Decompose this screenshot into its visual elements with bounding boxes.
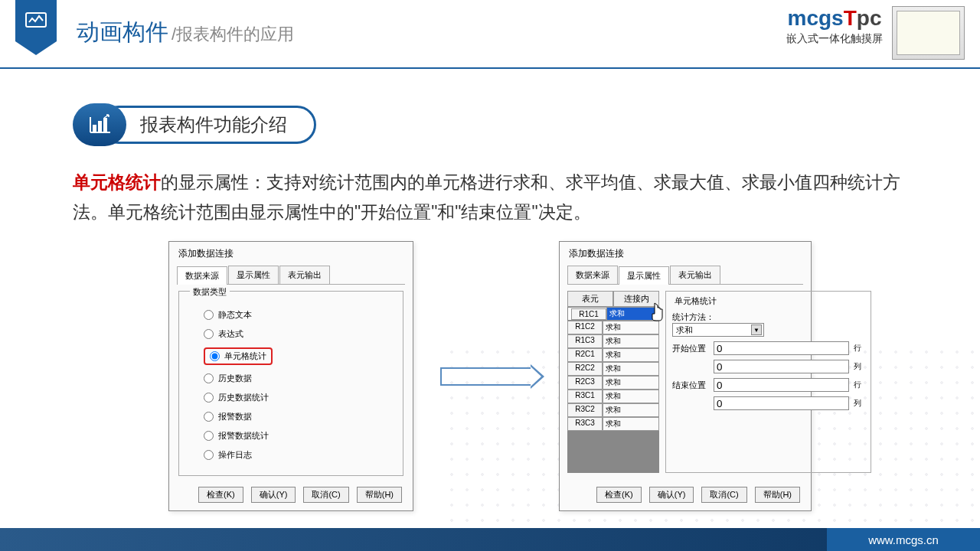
tab-0[interactable]: 数据来源: [177, 266, 227, 285]
dropdown-icon: ▼: [751, 324, 762, 335]
radio-7[interactable]: 操作日志: [204, 445, 392, 465]
dialog-title: 添加数据连接: [560, 242, 811, 266]
chart-icon: [73, 103, 126, 146]
tab-0[interactable]: 数据来源: [567, 266, 618, 284]
svg-rect-1: [93, 125, 96, 132]
dialog-stats: 添加数据连接 数据来源显示属性表元输出 表元 连接内 R1C1求和R1C2求和R…: [559, 241, 812, 511]
radio-1[interactable]: 表达式: [204, 324, 392, 344]
tab-2[interactable]: 表元输出: [279, 266, 330, 284]
help-button[interactable]: 帮助(H): [357, 487, 402, 503]
table-row[interactable]: R2C3求和: [567, 376, 659, 390]
ok-button[interactable]: 确认(Y): [649, 487, 694, 503]
stats-title: 单元格统计: [672, 295, 719, 307]
help-button[interactable]: 帮助(H): [755, 487, 800, 503]
device-thumbnail: [892, 6, 965, 60]
end-label: 结束位置: [672, 380, 709, 391]
method-select[interactable]: 求和 ▼: [672, 323, 764, 337]
table-row[interactable]: R2C1求和: [567, 348, 659, 362]
start-col-input[interactable]: [714, 360, 849, 373]
arrow-icon: [440, 367, 532, 386]
logo-area: mcgsTpc 嵌入式一体化触摸屏: [786, 6, 965, 60]
table-row[interactable]: R3C1求和: [567, 390, 659, 403]
header: 动画构件/报表构件的应用 mcgsTpc 嵌入式一体化触摸屏: [0, 0, 980, 69]
tab-1[interactable]: 显示属性: [619, 266, 669, 285]
check-button[interactable]: 检查(K): [198, 487, 243, 503]
col-header: 连接内: [613, 291, 659, 307]
radio-2[interactable]: 单元格统计: [204, 344, 392, 369]
tab-2[interactable]: 表元输出: [670, 266, 720, 284]
table-row[interactable]: R3C2求和: [567, 403, 659, 417]
page-title: 动画构件/报表构件的应用: [77, 17, 294, 48]
dialog-title: 添加数据连接: [169, 242, 413, 266]
end-col-input[interactable]: [714, 396, 849, 410]
tab-1[interactable]: 显示属性: [228, 266, 279, 284]
radio-4[interactable]: 历史数据统计: [204, 388, 392, 407]
cancel-button[interactable]: 取消(C): [303, 487, 348, 503]
tabs: 数据来源显示属性表元输出: [177, 266, 405, 285]
radio-6[interactable]: 报警数据统计: [204, 426, 392, 445]
svg-rect-3: [103, 118, 107, 132]
radio-0[interactable]: 静态文本: [204, 305, 392, 324]
table-row[interactable]: R1C3求和: [567, 334, 659, 348]
start-label: 开始位置: [672, 343, 709, 354]
cancel-button[interactable]: 取消(C): [701, 487, 746, 503]
method-label: 统计方法：: [672, 311, 864, 323]
fieldset-label: 数据类型: [190, 286, 230, 298]
badge: [15, 0, 61, 54]
check-button[interactable]: 检查(K): [596, 487, 642, 503]
footer-url: www.mcgs.cn: [827, 528, 980, 551]
start-row-input[interactable]: [714, 341, 849, 355]
cell-table[interactable]: 表元 连接内 R1C1求和R1C2求和R1C3求和R2C1求和R2C2求和R2C…: [567, 291, 659, 473]
stats-fieldset: 单元格统计 统计方法： 求和 ▼ 开始位置 行 列 结束位置: [665, 291, 871, 473]
ok-button[interactable]: 确认(Y): [251, 487, 296, 503]
description: 单元格统计的显示属性：支持对统计范围内的单元格进行求和、求平均值、求最大值、求最…: [73, 168, 907, 227]
table-row[interactable]: R1C1求和: [567, 307, 659, 321]
logo: mcgsTpc: [786, 6, 883, 31]
section-title: 报表构件功能介绍: [100, 106, 316, 144]
section-header: 报表构件功能介绍: [73, 103, 980, 146]
logo-tagline: 嵌入式一体化触摸屏: [786, 32, 883, 46]
tabs: 数据来源显示属性表元输出: [567, 266, 803, 285]
footer: www.mcgs.cn: [0, 528, 980, 551]
table-row[interactable]: R1C2求和: [567, 321, 659, 334]
radio-3[interactable]: 历史数据: [204, 369, 392, 388]
end-row-input[interactable]: [714, 378, 849, 392]
svg-rect-2: [98, 121, 102, 132]
table-row[interactable]: R3C3求和: [567, 417, 659, 431]
col-header: 表元: [567, 291, 613, 307]
table-row[interactable]: R2C2求和: [567, 362, 659, 376]
radio-5[interactable]: 报警数据: [204, 407, 392, 426]
dialog-data-type: 添加数据连接 数据来源显示属性表元输出 数据类型 静态文本表达式单元格统计历史数…: [168, 241, 413, 511]
badge-icon: [15, 0, 57, 41]
